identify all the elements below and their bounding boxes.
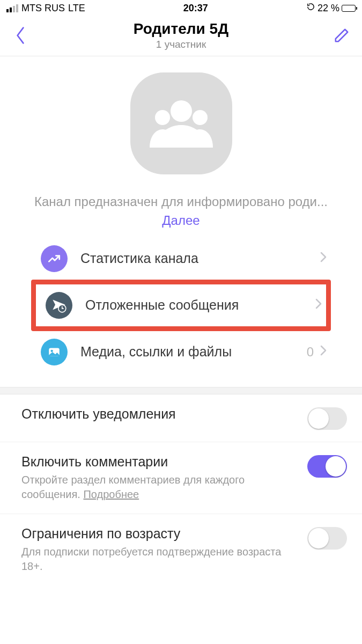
media-count: 0 — [307, 345, 314, 360]
setting-title: Отключить уведомления — [21, 406, 297, 422]
learn-more-link[interactable]: Подробнее — [83, 488, 139, 500]
svg-point-1 — [155, 110, 170, 125]
menu-label: Медиа, ссылки и файлы — [80, 344, 307, 360]
highlighted-scheduled-row: Отложенные сообщения — [31, 280, 331, 331]
setting-subtitle: Откройте раздел комментариев для каждого… — [21, 473, 297, 502]
edit-button[interactable] — [331, 27, 352, 43]
mute-toggle[interactable] — [307, 407, 347, 430]
setting-mute-notifications: Отключить уведомления — [0, 394, 362, 442]
battery-pct: 22 % — [317, 3, 339, 14]
menu-item-scheduled[interactable]: Отложенные сообщения — [36, 284, 326, 326]
status-right: 22 % — [306, 2, 356, 14]
nav-header: Родители 5Д 1 участник — [0, 16, 362, 56]
svg-point-2 — [193, 110, 208, 125]
clock: 20:37 — [85, 3, 306, 14]
channel-subtitle: 1 участник — [31, 39, 331, 50]
setting-title: Включить комментарии — [21, 454, 297, 470]
setting-enable-comments: Включить комментарии Откройте раздел ком… — [0, 442, 362, 514]
nav-title-block: Родители 5Д 1 участник — [31, 20, 331, 50]
menu-label: Отложенные сообщения — [85, 297, 315, 313]
settings-list: Отключить уведомления Включить комментар… — [0, 394, 362, 586]
menu-item-statistics[interactable]: Статистика канала — [21, 238, 341, 280]
comments-toggle[interactable] — [307, 455, 347, 478]
setting-subtitle: Для подписки потребуется подтверждение в… — [21, 545, 297, 574]
chevron-right-icon — [315, 298, 322, 312]
channel-description: Канал предназначен для информировано род… — [21, 193, 341, 230]
back-button[interactable] — [10, 26, 31, 45]
chart-up-icon — [41, 245, 68, 272]
description-text: Канал предназначен для информировано род… — [34, 194, 328, 209]
menu-label: Статистика канала — [80, 251, 320, 266]
network-label: LTE — [68, 3, 85, 14]
age-toggle[interactable] — [307, 527, 347, 550]
scheduled-send-icon — [46, 292, 72, 319]
battery-icon — [342, 5, 356, 12]
chevron-right-icon — [320, 252, 327, 266]
more-link[interactable]: Далее — [162, 213, 200, 228]
media-icon — [41, 339, 68, 365]
group-avatar-icon — [130, 72, 232, 174]
orientation-lock-icon — [306, 2, 315, 14]
status-left: MTS RUS LTE — [6, 3, 85, 14]
section-divider — [0, 387, 362, 394]
setting-age-restriction: Ограничения по возрасту Для подписки пот… — [0, 514, 362, 586]
signal-icon — [6, 4, 18, 12]
chevron-right-icon — [320, 345, 327, 359]
setting-title: Ограничения по возрасту — [21, 526, 297, 541]
channel-title: Родители 5Д — [31, 20, 331, 38]
svg-point-5 — [51, 349, 53, 352]
menu-item-media[interactable]: Медиа, ссылки и файлы 0 — [21, 331, 341, 373]
carrier-label: MTS RUS — [21, 3, 65, 14]
menu-list: Статистика канала Отложенные сообщения М… — [21, 230, 341, 378]
status-bar: MTS RUS LTE 20:37 22 % — [0, 0, 362, 16]
channel-info: Канал предназначен для информировано род… — [0, 56, 362, 387]
svg-point-0 — [171, 100, 192, 122]
